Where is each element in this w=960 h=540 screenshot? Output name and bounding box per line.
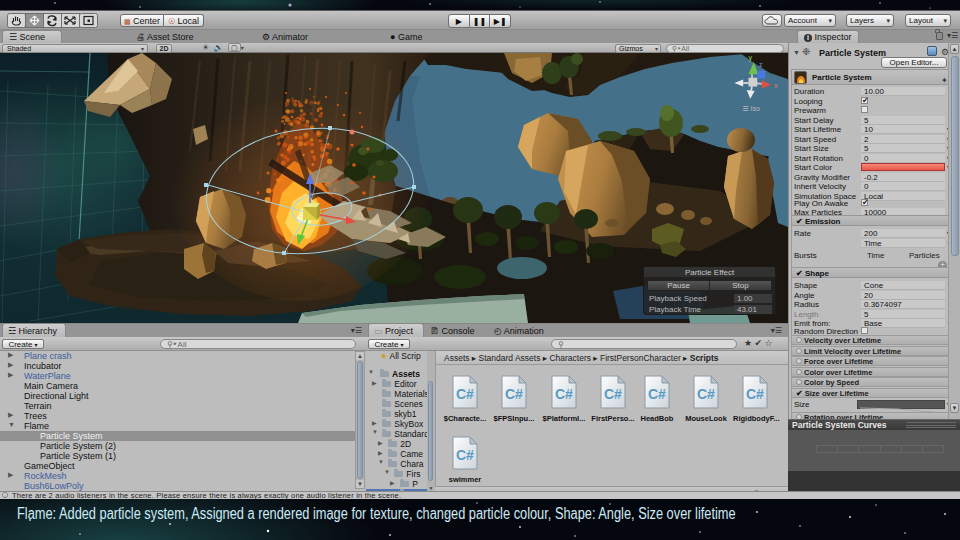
svg-text:y: y (748, 54, 752, 62)
svg-text:x: x (774, 82, 778, 89)
svg-text:☰ Iso: ☰ Iso (742, 105, 760, 112)
svg-text:z: z (759, 61, 763, 68)
svg-text:C#: C# (456, 447, 474, 463)
svg-text:C#: C# (505, 386, 523, 402)
svg-text:C#: C# (456, 386, 474, 402)
svg-text:C#: C# (746, 386, 764, 402)
svg-text:C#: C# (697, 386, 715, 402)
svg-text:C#: C# (604, 386, 622, 402)
svg-text:C#: C# (555, 386, 573, 402)
svg-text:C#: C# (648, 386, 666, 402)
